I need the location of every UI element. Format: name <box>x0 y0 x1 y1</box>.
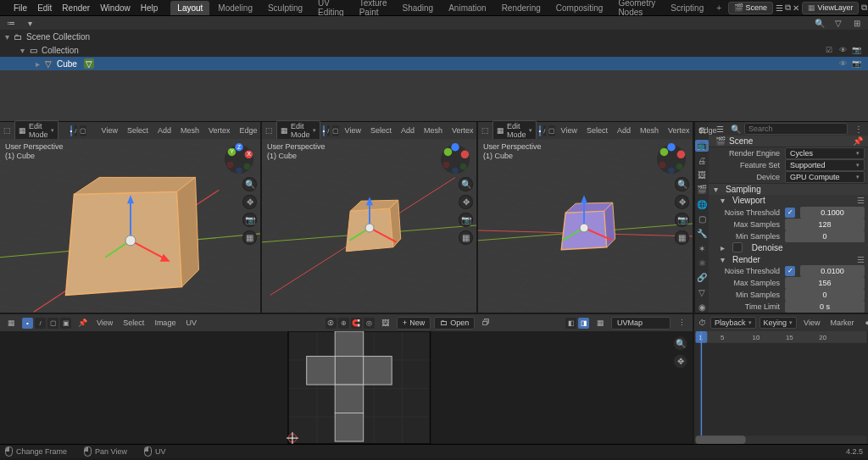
workspace-tab-rendering[interactable]: Rendering <box>495 1 548 15</box>
uv-select-mode-face[interactable]: ▢ <box>47 318 58 329</box>
axis-gizmo[interactable] <box>655 143 687 175</box>
scene-delete-icon[interactable]: ✕ <box>793 1 799 14</box>
snap-icon[interactable]: 🧲 <box>351 318 362 329</box>
workspace-tab-shading[interactable]: Shading <box>395 1 440 15</box>
scene-new-icon[interactable]: ⧉ <box>785 1 791 14</box>
zoom-tool-icon[interactable]: 🔍 <box>673 336 687 351</box>
select-vertex-button[interactable]: • <box>70 125 73 136</box>
axis-gizmo[interactable] <box>439 143 471 175</box>
camera-view-icon[interactable]: 📷 <box>675 213 689 227</box>
viewport-canvas[interactable]: User Perspective(1) Cube 🔍 ✥ 📷 ▦ <box>262 139 476 313</box>
move-view-icon[interactable]: ✥ <box>459 195 473 209</box>
vp-menu-mesh[interactable]: Mesh <box>177 126 203 135</box>
vp-max-samples-field[interactable]: 128 <box>785 219 865 230</box>
outliner-filter-icon[interactable]: ▽ <box>832 16 845 30</box>
outliner-new-collection-icon[interactable]: ⊞ <box>850 16 864 30</box>
image-browse-icon[interactable]: 🖼 <box>379 316 392 330</box>
render-max-samples-field[interactable]: 156 <box>785 277 865 289</box>
viewport-canvas[interactable]: User Perspective (1) Cube X Y Z 🔍 ✥ 📷 ▦ <box>0 139 260 313</box>
uv-select-mode-edge[interactable]: / <box>35 318 46 329</box>
zoom-tool-icon[interactable]: 🔍 <box>242 177 257 191</box>
workspace-tab-animation[interactable]: Animation <box>442 1 492 15</box>
ptab-mesh-icon[interactable]: ▽ <box>695 286 709 297</box>
hide-viewport-icon[interactable]: 👁 <box>837 45 848 55</box>
mode-selector[interactable]: ▦Edit Mode▾ <box>276 120 320 141</box>
outliner-scene-collection[interactable]: ▾🗀 Scene Collection <box>0 30 868 43</box>
perspective-toggle-icon[interactable]: ▦ <box>675 230 689 245</box>
new-image-button[interactable]: + New <box>397 317 431 330</box>
move-view-icon[interactable]: ✥ <box>675 195 689 209</box>
ptab-physics-icon[interactable]: ⚛ <box>695 258 709 269</box>
workspace-tab-sculpting[interactable]: Sculpting <box>261 1 309 15</box>
perspective-toggle-icon[interactable]: ▦ <box>459 230 473 245</box>
vp-menu-vertex[interactable]: Vertex <box>205 126 234 135</box>
editor-type-uv-icon[interactable]: ▦ <box>4 316 18 330</box>
fake-user-icon[interactable]: 🗇 <box>479 316 492 330</box>
device-dropdown[interactable]: GPU Compute▾ <box>785 171 865 183</box>
playback-dropdown[interactable]: Playback▾ <box>710 317 756 329</box>
axis-gizmo[interactable]: X Y Z <box>223 143 255 175</box>
viewlayer-selector[interactable]: ▦ ViewLayer <box>802 2 859 14</box>
camera-view-icon[interactable]: 📷 <box>242 213 257 227</box>
timeline-canvas[interactable]: 5 10 15 20 1 <box>694 331 868 444</box>
mesh-data-icon[interactable]: ▽ <box>84 58 94 69</box>
panel-sampling[interactable]: ▾Sampling <box>709 183 868 195</box>
move-view-icon[interactable]: ✥ <box>673 354 687 369</box>
timeline-view[interactable]: View <box>800 319 823 327</box>
perspective-toggle-icon[interactable]: ▦ <box>242 230 257 245</box>
ptab-output-icon[interactable]: 🖨 <box>695 155 709 166</box>
workspace-tab-modeling[interactable]: Modeling <box>211 1 259 15</box>
hide-render-icon[interactable]: 📷 <box>851 58 861 69</box>
select-face-button[interactable]: ▢ <box>332 125 339 136</box>
zoom-tool-icon[interactable]: 🔍 <box>675 177 689 191</box>
panel-render[interactable]: ▾Render☰ <box>709 253 868 265</box>
menu-file[interactable]: File <box>8 2 32 14</box>
panel-viewport[interactable]: ▾Viewport☰ <box>709 195 868 207</box>
uv-menu-select[interactable]: Select <box>120 319 147 327</box>
ptab-render-icon[interactable]: 📺 <box>695 140 709 151</box>
vp-menu-view[interactable]: View <box>98 126 121 135</box>
vp-menu-select[interactable]: Select <box>367 126 395 135</box>
workspace-tab-layout[interactable]: Layout <box>170 1 209 15</box>
open-image-button[interactable]: 🗀 Open <box>434 317 475 330</box>
workspace-tab-compositing[interactable]: Compositing <box>549 1 610 15</box>
vp-menu-select[interactable]: Select <box>124 126 152 135</box>
display-channel-color[interactable]: ◧ <box>565 318 576 329</box>
ptab-world-icon[interactable]: 🌐 <box>695 199 709 210</box>
ptab-particles-icon[interactable]: ✶ <box>695 243 709 254</box>
editor-type-timeline-icon[interactable]: ⏱ <box>698 316 706 330</box>
viewport-canvas[interactable]: User Perspective(1) Cube 🔍 ✥ 📷 ▦ <box>478 139 693 313</box>
viewlayer-new-icon[interactable]: ⧉ <box>861 1 867 14</box>
hide-viewport-icon[interactable]: 👁 <box>837 58 848 69</box>
vp-menu-vertex[interactable]: Vertex <box>448 126 477 135</box>
mode-selector[interactable]: ▦Edit Mode▾ <box>14 120 58 141</box>
auto-key-icon[interactable]: ● <box>865 316 868 330</box>
ptab-modifier-icon[interactable]: 🔧 <box>695 228 709 239</box>
render-noise-threshold-checkbox[interactable]: ✓ <box>785 266 795 276</box>
select-face-button[interactable]: ▢ <box>80 125 86 136</box>
proportional-icon[interactable]: ◎ <box>364 318 375 329</box>
pivot-icon[interactable]: ⊕ <box>338 318 349 329</box>
properties-search-input[interactable] <box>744 123 848 135</box>
display-channel-alpha[interactable]: ◨ <box>578 318 589 329</box>
panel-menu-icon[interactable]: ☰ <box>857 196 865 205</box>
vp-min-samples-field[interactable]: 0 <box>785 230 865 242</box>
scene-selector[interactable]: 🎬 Scene <box>728 2 773 14</box>
ptab-scene-icon[interactable]: 🎬 <box>695 184 709 195</box>
uv-menu-uv[interactable]: UV <box>182 319 200 327</box>
menu-edit[interactable]: Edit <box>32 2 57 14</box>
menu-window[interactable]: Window <box>95 2 136 14</box>
feature-set-dropdown[interactable]: Supported▾ <box>785 159 865 171</box>
select-edge-button[interactable]: / <box>75 125 76 136</box>
ptab-viewlayer-icon[interactable]: 🖼 <box>695 169 709 180</box>
workspace-add-button[interactable]: + <box>711 2 726 14</box>
mode-selector[interactable]: ▦Edit Mode▾ <box>492 120 537 141</box>
render-noise-threshold-field[interactable]: 0.0100 <box>800 265 865 277</box>
outliner-search-icon[interactable]: 🔍 <box>813 16 826 30</box>
menu-help[interactable]: Help <box>136 2 164 14</box>
pin-icon[interactable]: 📌 <box>853 136 863 146</box>
outliner-object-cube[interactable]: ▸ ▽ Cube ▽ 👁 📷 <box>0 57 868 70</box>
select-vertex-button[interactable]: • <box>323 125 326 136</box>
editor-type-3dview-icon[interactable]: ⬚ <box>265 124 273 137</box>
render-engine-dropdown[interactable]: Cycles▾ <box>785 147 865 159</box>
